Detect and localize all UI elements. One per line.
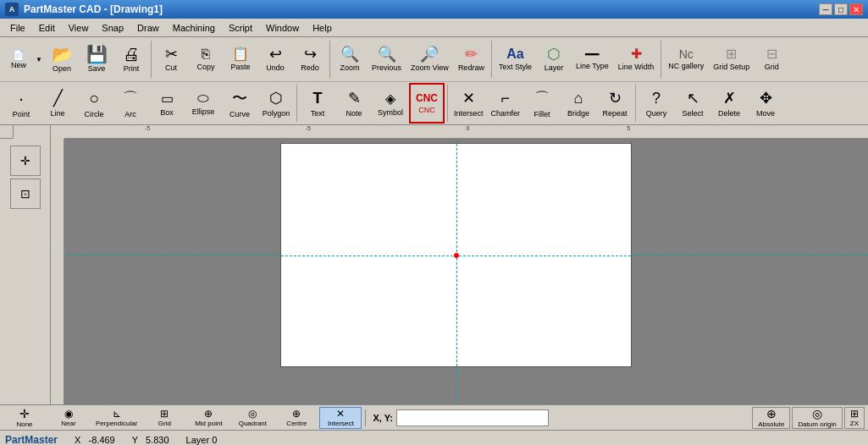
toolbar-row-1: 📄 New ▼ 📂 Open 💾 Save 🖨 Print ✂ Cut ⎘ Co…: [0, 37, 868, 81]
cut-button[interactable]: ✂ Cut: [154, 39, 188, 80]
menu-window[interactable]: Window: [259, 21, 306, 35]
intersect-button[interactable]: ✕ Intersect: [451, 83, 487, 124]
redraw-label: Redraw: [458, 63, 484, 72]
new-dropdown-arrow[interactable]: ▼: [34, 39, 44, 80]
fillet-icon: ⌒: [534, 88, 550, 108]
snap-bar: ✛ None ◉ Near ⊾ Perpendicular ⊞ Grid ⊕ M…: [0, 404, 868, 430]
print-button[interactable]: 🖨 Print: [114, 39, 148, 80]
datum-origin-button[interactable]: ◎ Datum origin: [792, 407, 842, 429]
ellipse-button[interactable]: ⬭ Ellipse: [185, 83, 221, 124]
paste-button[interactable]: 📋 Paste: [224, 39, 257, 80]
open-button[interactable]: 📂 Open: [45, 39, 79, 80]
arc-icon: ⌒: [123, 88, 138, 108]
grid-button[interactable]: ⊟ Grid: [755, 39, 788, 80]
bridge-label: Bridge: [567, 109, 589, 118]
snap-centre-button[interactable]: ⊕ Centre: [275, 407, 318, 429]
snap-grid-button[interactable]: ⊞ Grid: [143, 407, 185, 429]
menu-draw[interactable]: Draw: [130, 21, 166, 35]
main-content: ✛ ⊡ -5 -5 0 5: [0, 125, 868, 404]
snap-quadrant-button[interactable]: ◎ Quadrant: [231, 407, 274, 429]
query-button[interactable]: ? Query: [639, 83, 674, 124]
zx-button[interactable]: ⊞ ZX: [844, 407, 865, 429]
snap-intersect-button[interactable]: ✕ Intersect: [319, 407, 362, 429]
zoom-button[interactable]: 🔍 Zoom: [333, 39, 367, 80]
menu-edit[interactable]: Edit: [32, 21, 62, 35]
fillet-button[interactable]: ⌒ Fillet: [524, 83, 560, 124]
ruler-corner: [0, 125, 14, 139]
bridge-button[interactable]: ⌂ Bridge: [561, 83, 596, 124]
new-btn-group[interactable]: 📄 New ▼: [3, 39, 44, 80]
previous-button[interactable]: 🔍 Previous: [368, 39, 406, 80]
ncgallery-button[interactable]: Nc NC gallery: [664, 39, 708, 80]
note-icon: ✎: [348, 89, 361, 107]
delete-button[interactable]: ✗ Delete: [711, 83, 747, 124]
absolute-icon: ⊕: [766, 407, 777, 420]
select-label: Select: [683, 109, 704, 118]
textstyle-button[interactable]: Aa Text Style: [495, 39, 536, 80]
absolute-button[interactable]: ⊕ Absolute: [752, 407, 790, 429]
undo-button[interactable]: ↩ Undo: [258, 39, 292, 80]
redo-button[interactable]: ↪ Redo: [293, 39, 327, 80]
x-status: X -8.469: [75, 435, 115, 445]
snap-centre-icon: ⊕: [292, 408, 301, 420]
ruler-vertical: [51, 139, 64, 404]
curve-button[interactable]: 〜 Curve: [222, 83, 257, 124]
close-button[interactable]: ✕: [849, 3, 863, 15]
menu-help[interactable]: Help: [306, 21, 339, 35]
menu-snap[interactable]: Snap: [95, 21, 130, 35]
gridsetup-label: Grid Setup: [713, 63, 749, 71]
repeat-button[interactable]: ↻ Repeat: [597, 83, 633, 124]
point-label: Point: [13, 110, 30, 118]
snap-separator: [365, 409, 366, 426]
arc-button[interactable]: ⌒ Arc: [113, 83, 148, 124]
delete-label: Delete: [718, 109, 740, 118]
polygon-button[interactable]: ⬡ Polygon: [258, 83, 294, 124]
title-bar-left: A PartMaster CAD - [Drawing1]: [5, 3, 163, 16]
xy-input[interactable]: [396, 409, 549, 426]
menu-view[interactable]: View: [62, 21, 96, 35]
redraw-button[interactable]: ✏ Redraw: [454, 39, 489, 80]
repeat-label: Repeat: [603, 109, 628, 118]
point-button[interactable]: · Point: [3, 83, 39, 124]
snap-none-button[interactable]: ✛ None: [3, 407, 46, 429]
zoomview-button[interactable]: 🔎 Zoom View: [406, 39, 453, 80]
linetype-button[interactable]: ━━ Line Type: [572, 39, 613, 80]
cnc-icon: CNC: [416, 92, 438, 104]
pan-tool[interactable]: ⊡: [10, 179, 41, 209]
move-button[interactable]: ✥ Move: [748, 83, 783, 124]
new-button[interactable]: 📄 New: [3, 39, 34, 80]
box-icon: ▭: [161, 91, 174, 107]
snap-near-button[interactable]: ◉ Near: [47, 407, 90, 429]
crosshair-tool[interactable]: ✛: [10, 146, 41, 176]
linewidth-button[interactable]: ✚ Line Width: [614, 39, 659, 80]
minimize-button[interactable]: ─: [819, 3, 832, 15]
box-button[interactable]: ▭ Box: [149, 83, 185, 124]
chamfer-button[interactable]: ⌐ Chamfer: [488, 83, 524, 124]
title-bar-controls[interactable]: ─ □ ✕: [819, 3, 863, 15]
layer-icon: ⬡: [547, 47, 561, 62]
status-bar: PartMaster X -8.469 Y 5.830 Layer 0: [0, 430, 868, 445]
note-button[interactable]: ✎ Note: [336, 83, 372, 124]
save-button[interactable]: 💾 Save: [80, 39, 113, 80]
gridsetup-button[interactable]: ⊞ Grid Setup: [709, 39, 754, 80]
cnc-button[interactable]: CNC CNC: [409, 83, 445, 124]
snap-midpoint-button[interactable]: ⊕ Mid point: [187, 407, 229, 429]
y-status: Y 5.830: [132, 435, 169, 445]
snap-perpendicular-icon: ⊾: [113, 408, 121, 420]
arc-label: Arc: [124, 110, 136, 118]
fillet-label: Fillet: [534, 110, 550, 118]
menu-script[interactable]: Script: [222, 21, 259, 35]
line-button[interactable]: ╱ Line: [40, 83, 75, 124]
copy-button[interactable]: ⎘ Copy: [189, 39, 223, 80]
symbol-button[interactable]: ◈ Symbol: [373, 83, 408, 124]
snap-perpendicular-button[interactable]: ⊾ Perpendicular: [91, 407, 141, 429]
select-button[interactable]: ↖ Select: [675, 83, 710, 124]
circle-button[interactable]: ○ Circle: [76, 83, 112, 124]
text-button[interactable]: T Text: [300, 83, 335, 124]
layer-button[interactable]: ⬡ Layer: [537, 39, 571, 80]
maximize-button[interactable]: □: [834, 3, 848, 15]
menu-file[interactable]: File: [3, 21, 32, 35]
ncgallery-icon: Nc: [679, 48, 694, 60]
menu-machining[interactable]: Machining: [166, 21, 222, 35]
drawing-area[interactable]: [64, 139, 868, 404]
